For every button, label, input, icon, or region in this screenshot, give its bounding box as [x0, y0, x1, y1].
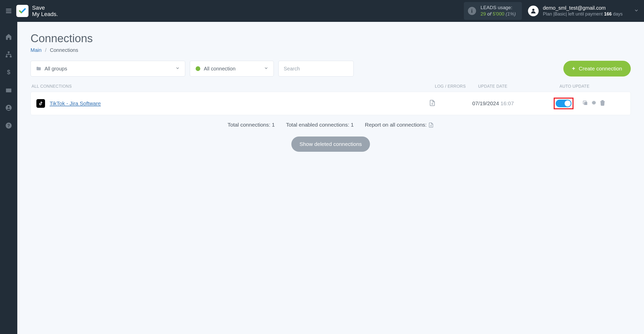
usage-total: 5'000 [493, 11, 504, 17]
chevron-down-icon [264, 66, 268, 72]
summary-row: Total connections: 1 Total enabled conne… [31, 122, 631, 128]
dollar-icon: $ [5, 69, 12, 76]
svg-rect-6 [10, 56, 12, 57]
plan-prefix: Plan | [543, 11, 554, 17]
search-input[interactable] [279, 61, 353, 76]
groups-label: All groups [45, 66, 67, 72]
copy-button[interactable] [582, 100, 588, 107]
usage-label: LEADS usage: [481, 5, 516, 11]
report-all: Report on all connections: [365, 122, 434, 128]
search-box[interactable] [278, 61, 354, 77]
account-text: demo_sml_test@gmail.com Plan |Basic| lef… [543, 5, 623, 17]
topbar: Save My Leads. i LEADS usage: 29 of 5'00… [0, 0, 644, 22]
play-circle-icon [195, 66, 201, 71]
create-connection-button[interactable]: + Create connection [563, 61, 631, 77]
crumb-sep: / [45, 47, 47, 53]
groups-dropdown[interactable]: All groups [31, 61, 185, 77]
svg-point-10 [8, 106, 10, 108]
sidebar-item-toolbox[interactable] [4, 85, 13, 95]
plus-icon: + [572, 65, 575, 72]
auto-update-highlight [554, 98, 574, 109]
folder-icon [36, 66, 41, 71]
plan-days-suffix: days [612, 11, 623, 17]
svg-rect-8 [6, 88, 11, 92]
plan-mid: | left until payment [566, 11, 604, 17]
svg-rect-5 [6, 56, 7, 57]
breadcrumb: Main / Connections [31, 47, 631, 53]
main-content: Connections Main / Connections All group… [17, 22, 644, 334]
chevron-down-icon [634, 8, 639, 13]
table-header: ALL CONNECTIONS LOG / ERRORS UPDATE DATE… [31, 81, 631, 92]
toggle-knob [565, 100, 571, 107]
crumb-current: Connections [50, 47, 78, 53]
sidebar-item-help[interactable]: ? [4, 121, 13, 130]
usage-pct: (1%) [506, 11, 516, 17]
briefcase-icon [5, 86, 12, 94]
brand-name: Save My Leads. [32, 5, 58, 18]
sidebar-item-home[interactable] [4, 32, 13, 41]
header-log: LOG / ERRORS [435, 84, 478, 89]
checkmark-icon [18, 7, 26, 15]
status-dropdown[interactable]: All connection [190, 61, 274, 77]
filters-row: All groups All connection + Create con [31, 61, 631, 77]
brand-line2: My Leads. [32, 11, 58, 17]
help-icon: ? [5, 122, 12, 129]
update-date: 07/19/202416:07 [472, 100, 554, 107]
usage-used: 29 [481, 11, 486, 17]
home-icon [5, 33, 12, 40]
svg-text:$: $ [7, 69, 10, 75]
create-label: Create connection [579, 66, 622, 72]
gear-icon [591, 100, 597, 106]
usage-of: of [487, 11, 491, 17]
time-value: 16:07 [500, 100, 514, 106]
trash-icon [599, 100, 606, 106]
account-chevron[interactable] [634, 8, 639, 14]
page-title: Connections [31, 32, 631, 45]
total-connections: Total connections: 1 [227, 122, 275, 128]
usage-box[interactable]: i LEADS usage: 29 of 5'000 (1%) [464, 2, 522, 20]
hamburger-icon [5, 7, 12, 14]
account-menu[interactable]: demo_sml_test@gmail.com Plan |Basic| lef… [528, 5, 623, 17]
svg-text:?: ? [7, 123, 10, 128]
row-actions [582, 100, 606, 107]
sidebar: $ ? [0, 22, 17, 334]
settings-button[interactable] [591, 100, 597, 107]
sidebar-item-account[interactable] [4, 103, 13, 112]
svg-rect-17 [584, 102, 587, 105]
crumb-main[interactable]: Main [31, 47, 41, 53]
user-icon [530, 8, 537, 14]
connection-row[interactable]: TikTok - Jira Software 07/19/202416:07 [31, 92, 631, 115]
brand-line1: Save [32, 5, 58, 11]
show-deleted-button[interactable]: Show deleted connections [291, 136, 370, 152]
tiktok-icon [36, 99, 45, 108]
svg-point-3 [532, 9, 535, 11]
chevron-down-icon [175, 66, 180, 72]
info-icon: i [468, 7, 476, 15]
svg-rect-4 [8, 51, 10, 53]
header-auto: AUTO UPDATE [560, 84, 631, 89]
sitemap-icon [5, 51, 12, 58]
logo[interactable] [16, 5, 28, 17]
account-plan: Plan |Basic| left until payment 166 days [543, 11, 623, 17]
copy-icon [582, 100, 588, 106]
plan-name: Basic [554, 11, 566, 17]
delete-button[interactable] [599, 100, 606, 107]
date-value: 07/19/2024 [472, 100, 499, 106]
sidebar-item-network[interactable] [4, 50, 13, 59]
header-date: UPDATE DATE [478, 84, 560, 89]
connection-name[interactable]: TikTok - Jira Software [50, 100, 101, 107]
menu-toggle[interactable] [4, 6, 13, 16]
avatar [528, 6, 539, 16]
header-name: ALL CONNECTIONS [32, 84, 435, 89]
status-label: All connection [204, 66, 236, 72]
log-icon[interactable] [429, 100, 436, 108]
user-circle-icon [5, 104, 12, 111]
topbar-right: i LEADS usage: 29 of 5'000 (1%) demo_sml… [464, 2, 639, 20]
plan-days: 166 [604, 11, 612, 17]
auto-update-toggle[interactable] [556, 100, 571, 107]
usage-text: LEADS usage: 29 of 5'000 (1%) [481, 5, 516, 17]
account-email: demo_sml_test@gmail.com [543, 5, 623, 11]
sidebar-item-billing[interactable]: $ [4, 68, 13, 77]
report-icon[interactable] [428, 122, 434, 128]
enabled-connections: Total enabled connections: 1 [286, 122, 354, 128]
